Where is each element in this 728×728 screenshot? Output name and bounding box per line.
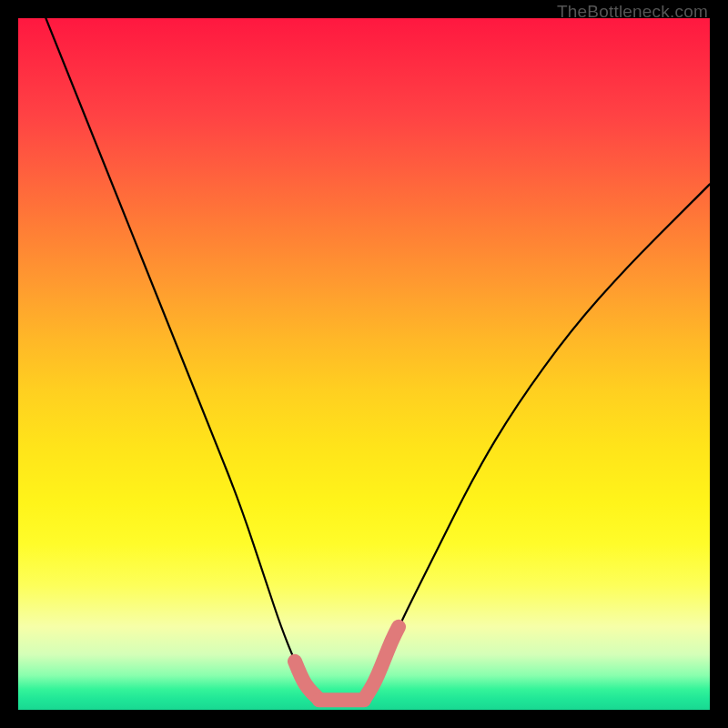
- highlight-left: [295, 662, 319, 700]
- curve-right: [364, 184, 710, 699]
- chart-area: [18, 18, 710, 710]
- chart-curve-group: [46, 18, 710, 701]
- curve-left: [46, 18, 315, 700]
- chart-svg: [18, 18, 710, 710]
- highlight-right: [364, 627, 399, 700]
